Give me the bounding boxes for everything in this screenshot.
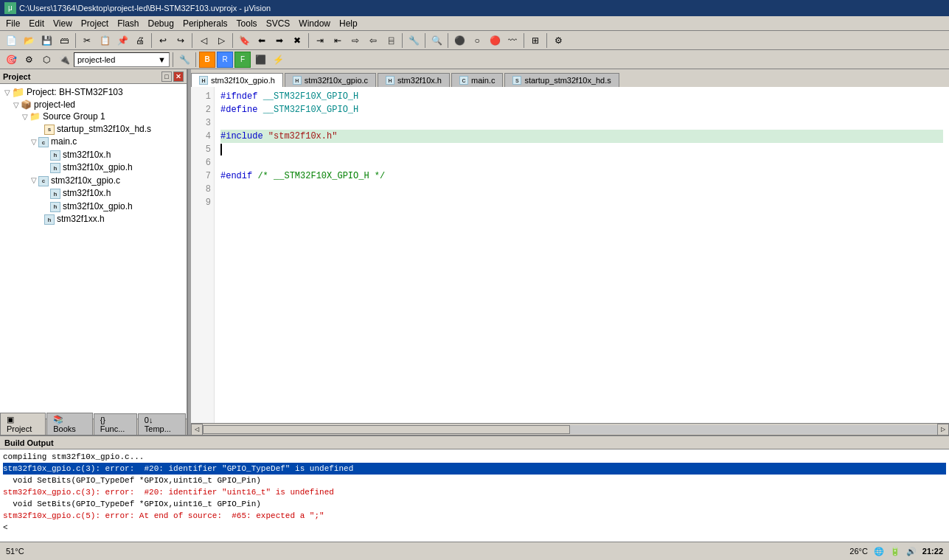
bookmark-next-btn[interactable]: ➡ xyxy=(271,32,288,49)
print-btn[interactable]: 🖨 xyxy=(132,32,148,49)
startup-file-icon: s xyxy=(44,123,55,135)
stop-build-btn[interactable]: ⬛ xyxy=(252,52,268,68)
new-file-btn[interactable]: 📄 xyxy=(3,32,19,49)
editor-tab-gpio-c[interactable]: H stm32f10x_gpio.c xyxy=(285,73,376,87)
tab-project-label: ▣ Project xyxy=(7,415,32,433)
menu-project[interactable]: Project xyxy=(77,17,113,30)
editor-tab-stm32[interactable]: H stm32f10x.h xyxy=(378,73,450,87)
unindent-btn[interactable]: ⇤ xyxy=(330,32,346,49)
panel-restore-btn[interactable]: □ xyxy=(161,71,172,82)
target-btn[interactable]: 🎯 xyxy=(3,52,19,68)
def-name-2: __STM32F10X_GPIO_H xyxy=(263,103,359,116)
panel-close-btn[interactable]: ✕ xyxy=(173,71,184,82)
code-editor[interactable]: 1 2 3 4 5 6 7 8 9 #ifndef __STM32F10X_GP… xyxy=(191,87,949,423)
line-numbers: 1 2 3 4 5 6 7 8 9 xyxy=(191,87,215,423)
copy-btn[interactable]: 📋 xyxy=(97,32,113,49)
scroll-track[interactable] xyxy=(203,425,937,434)
redo-btn[interactable]: ↪ xyxy=(173,32,189,49)
menu-debug[interactable]: Debug xyxy=(144,17,178,30)
scroll-right-btn[interactable]: ▷ xyxy=(937,424,949,435)
build-output-header: Build Output xyxy=(0,436,949,449)
ln-3: 3 xyxy=(191,116,211,130)
bookmark-btn[interactable]: 🔖 xyxy=(236,32,252,49)
tree-project-led[interactable]: ▽ 📦 project-led xyxy=(0,99,187,111)
tree-stm32-h-2[interactable]: h stm32f10x.h xyxy=(0,187,187,200)
project-tree[interactable]: ▽ 📁 Project: BH-STM32F103 ▽ 📦 project-le… xyxy=(0,84,187,419)
flash2-btn[interactable]: ⚡ xyxy=(270,52,286,68)
menu-help[interactable]: Help xyxy=(335,17,362,30)
tree-stm32-h-1[interactable]: h stm32f10x.h xyxy=(0,148,187,161)
sg-expand[interactable]: ▽ xyxy=(21,112,29,121)
debug-config-btn[interactable]: 🔌 xyxy=(56,52,72,68)
rebuild-btn[interactable]: R xyxy=(217,52,233,68)
tab-project[interactable]: ▣ Project xyxy=(0,413,46,435)
manage-btn[interactable]: ⚙ xyxy=(21,52,37,68)
circle2-btn[interactable]: ○ xyxy=(469,32,485,49)
save-all-btn[interactable]: 🗃 xyxy=(56,32,72,49)
tree-startup[interactable]: s startup_stm32f10x_hd.s xyxy=(0,122,187,136)
tab-funcs[interactable]: {} Func... xyxy=(94,413,137,435)
format-btn[interactable]: ⌸ xyxy=(383,32,399,49)
tab-temp[interactable]: 0↓ Temp... xyxy=(138,413,186,435)
tree-root[interactable]: ▽ 📁 Project: BH-STM32F103 xyxy=(0,85,187,99)
nav-fwd-btn[interactable]: ▷ xyxy=(213,32,229,49)
battery-icon: 🔋 xyxy=(890,547,900,556)
wrench-btn[interactable]: 🔧 xyxy=(176,52,192,68)
menu-window[interactable]: Window xyxy=(294,17,335,30)
status-right: 26°C 🌐 🔋 🔊 21:22 xyxy=(849,547,943,556)
code-line-8 xyxy=(220,183,943,196)
tab-books[interactable]: 📚 Books xyxy=(46,413,93,435)
editor-tab-main[interactable]: C main.c xyxy=(451,73,503,87)
circle-btn[interactable]: ⚫ xyxy=(451,32,467,49)
bookmark-prev-btn[interactable]: ⬅ xyxy=(254,32,270,49)
undo-btn[interactable]: ↩ xyxy=(155,32,171,49)
cut-btn[interactable]: ✂ xyxy=(79,32,95,49)
paste-btn[interactable]: 📌 xyxy=(114,32,131,49)
tree-stm32f1xx[interactable]: h stm32f1xx.h xyxy=(0,213,187,226)
menu-edit[interactable]: Edit xyxy=(24,17,49,30)
root-expand[interactable]: ▽ xyxy=(3,88,12,97)
menu-view[interactable]: View xyxy=(49,17,77,30)
tools2-btn[interactable]: 🔧 xyxy=(406,32,422,49)
menu-svcs[interactable]: SVCS xyxy=(262,17,295,30)
ln-1: 1 xyxy=(191,90,211,103)
menu-peripherals[interactable]: Peripherals xyxy=(178,17,232,30)
tree-gpio-c[interactable]: ▽ c stm32f10x_gpio.c xyxy=(0,174,187,187)
def-name-1: __STM32F10X_GPIO_H xyxy=(263,90,359,103)
indent-btn[interactable]: ⇥ xyxy=(312,32,328,49)
tree-gpio-h-2[interactable]: h stm32f10x_gpio.h xyxy=(0,200,187,213)
gpio-c-expand[interactable]: ▽ xyxy=(29,176,38,185)
editor-tab-startup[interactable]: S startup_stm32f10x_hd.s xyxy=(504,73,619,87)
tree-main-c[interactable]: ▽ c main.c xyxy=(0,136,187,149)
save-btn[interactable]: 💾 xyxy=(38,32,55,49)
build-output-content[interactable]: compiling stm32f10x_gpio.c... stm32f10x_… xyxy=(0,449,949,542)
main-expand[interactable]: ▽ xyxy=(29,137,38,146)
scroll-left-btn[interactable]: ◁ xyxy=(191,424,203,435)
tree-gpio-h-1[interactable]: h stm32f10x_gpio.h xyxy=(0,161,187,175)
sep6 xyxy=(402,33,403,48)
menu-tools[interactable]: Tools xyxy=(232,17,262,30)
flash-btn[interactable]: F xyxy=(234,52,251,68)
wave-btn[interactable]: 〰 xyxy=(504,32,521,49)
tree-source-group[interactable]: ▽ 📁 Source Group 1 xyxy=(0,111,187,122)
code-content[interactable]: #ifndef __STM32F10X_GPIO_H #define __STM… xyxy=(215,87,949,423)
project-panel: Project □ ✕ ▽ 📁 Project: BH-STM32F103 xyxy=(0,69,188,435)
grid-btn[interactable]: ⊞ xyxy=(527,32,543,49)
menu-file[interactable]: File xyxy=(1,17,24,30)
scroll-thumb[interactable] xyxy=(203,425,570,434)
indent2-btn[interactable]: ⇨ xyxy=(347,32,364,49)
menu-flash[interactable]: Flash xyxy=(113,17,143,30)
search-btn[interactable]: 🔍 xyxy=(428,32,445,49)
nav-back-btn[interactable]: ◁ xyxy=(195,32,212,49)
open-btn[interactable]: 📂 xyxy=(21,32,37,49)
clear-bookmarks-btn[interactable]: ✖ xyxy=(289,32,305,49)
project-dropdown[interactable]: project-led ▼ xyxy=(74,52,170,67)
stop-btn[interactable]: 🔴 xyxy=(487,32,503,49)
component-btn[interactable]: ⬡ xyxy=(38,52,55,68)
editor-tab-gpio-h[interactable]: H stm32f10x_gpio.h xyxy=(191,73,283,87)
build-btn[interactable]: B xyxy=(199,52,215,68)
proj-led-expand[interactable]: ▽ xyxy=(12,100,21,109)
unindent2-btn[interactable]: ⇦ xyxy=(365,32,381,49)
editor-h-scrollbar[interactable]: ◁ ▷ xyxy=(191,423,949,435)
settings-btn[interactable]: ⚙ xyxy=(550,32,566,49)
